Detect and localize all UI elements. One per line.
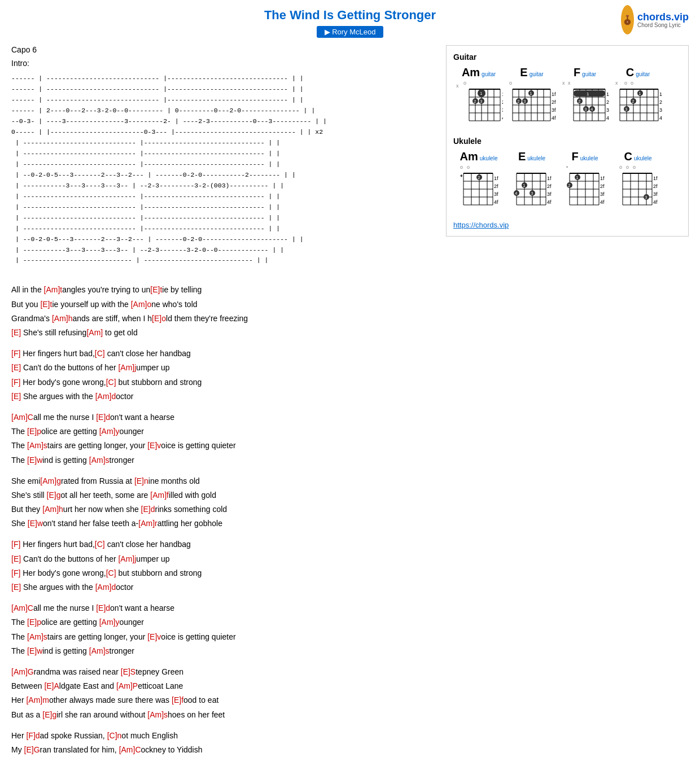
lyric-text: octor bbox=[116, 583, 133, 592]
chord-marker: [Am]d bbox=[95, 583, 116, 592]
lyric-text: Between bbox=[11, 681, 44, 690]
svg-text:o: o bbox=[467, 164, 470, 170]
lyric-text: tronger bbox=[110, 456, 134, 465]
chord-marker: [C] bbox=[106, 568, 116, 577]
svg-text:4fr: 4fr bbox=[653, 199, 658, 205]
svg-text:1fr: 1fr bbox=[552, 91, 556, 97]
lyric-text: She argues with the bbox=[21, 583, 95, 592]
lyric-text: irl she ran around without bbox=[56, 710, 147, 719]
blank-line bbox=[11, 658, 435, 665]
chord-item-f-ukulele[interactable]: F ukulele • bbox=[559, 150, 610, 214]
lyric-text: Grandma's bbox=[11, 314, 52, 323]
svg-text:♪: ♪ bbox=[625, 17, 627, 20]
chord-marker: [E]t bbox=[150, 285, 162, 294]
lyric-text: Can't do the buttons of her bbox=[21, 363, 118, 372]
lyrics-line: She emi[Am]grated from Russia at [E]nine… bbox=[11, 474, 435, 488]
lyric-text: All in the bbox=[11, 285, 44, 294]
lyric-text: on't stand her false teeth a- bbox=[43, 519, 138, 528]
lyrics-line: My [E]Gran translated for him, [Am]Cockn… bbox=[11, 743, 435, 757]
chord-marker: [E]w bbox=[27, 646, 42, 655]
lyrics-line: The [E]wind is getting [Am]stronger bbox=[11, 644, 435, 658]
lyric-text: The bbox=[11, 618, 27, 627]
f-ukulele-diagram: • 1fr 2fr bbox=[565, 163, 605, 214]
svg-text:4fr: 4fr bbox=[502, 115, 503, 121]
lyric-text: ot all her teeth, some are bbox=[61, 491, 151, 500]
lyrics-line: But they [Am]hurt her now when she [E]dr… bbox=[11, 502, 435, 517]
artist-badge: ▶ Rory McLeod bbox=[11, 27, 689, 36]
chord-marker: [E]d bbox=[96, 603, 110, 612]
lyric-text: She's still bbox=[11, 491, 47, 500]
chord-marker: [E]v bbox=[147, 441, 161, 450]
lyrics-line: She's still [E]got all her teeth, some a… bbox=[11, 488, 435, 502]
chord-marker: [Am]j bbox=[118, 363, 136, 372]
svg-text:1: 1 bbox=[576, 175, 579, 180]
lyrics-line: She [E]won't stand her false teeth a-[Am… bbox=[11, 517, 435, 531]
lyric-text: She bbox=[11, 519, 28, 528]
artist-name: Rory McLeod bbox=[332, 28, 375, 36]
svg-text:3: 3 bbox=[645, 195, 648, 200]
chord-marker: [E]d bbox=[141, 505, 155, 514]
chord-type: ukulele bbox=[527, 155, 545, 161]
svg-text:4fr: 4fr bbox=[547, 199, 552, 205]
chord-type: ukulele bbox=[580, 155, 598, 161]
chord-marker: [Am]s bbox=[89, 456, 110, 465]
chord-marker: [E]t bbox=[40, 300, 52, 309]
lyrics-line: Between [E]Aldgate East and [Am]Petticoa… bbox=[11, 679, 435, 693]
chord-item-c-ukulele[interactable]: C ukulele o o o bbox=[613, 150, 663, 214]
lyric-text: rated from Russia at bbox=[61, 476, 134, 485]
lyrics-line: [E] She argues with the [Am]doctor bbox=[11, 390, 435, 404]
chord-marker: [Am]G bbox=[11, 667, 34, 676]
lyric-text: randma was raised near bbox=[34, 667, 121, 676]
svg-text:4: 4 bbox=[590, 107, 593, 112]
site-logo: ♪ chords.vip Chord Song Lyric bbox=[621, 6, 689, 34]
svg-text:3fr: 3fr bbox=[552, 107, 556, 113]
svg-point-3 bbox=[627, 21, 628, 23]
lyric-text: ld them they're freezing bbox=[166, 314, 248, 323]
lyric-text: ie yourself up with the bbox=[52, 300, 130, 309]
chord-name: Am bbox=[462, 66, 480, 79]
chord-item-e-ukulele[interactable]: E ukulele bbox=[506, 150, 557, 214]
lyric-text: hoes on her feet bbox=[168, 710, 225, 719]
chord-item-e-guitar[interactable]: E guitar o bbox=[506, 66, 557, 130]
page-title: The Wind Is Getting Stronger bbox=[11, 6, 689, 23]
lyric-text: The bbox=[11, 427, 27, 436]
lyrics-line: Her [Am]mother always made sure there wa… bbox=[11, 693, 435, 707]
svg-text:1: 1 bbox=[523, 183, 526, 188]
svg-text:o: o bbox=[624, 80, 627, 86]
chord-item-am-guitar[interactable]: Am guitar x o bbox=[453, 66, 504, 130]
lyric-text: My bbox=[11, 745, 24, 754]
chord-url[interactable]: https://chords.vip bbox=[453, 221, 681, 229]
ukulele-section-title: Ukulele bbox=[453, 137, 681, 146]
svg-text:1: 1 bbox=[587, 91, 589, 97]
blank-line bbox=[11, 531, 435, 537]
svg-text:x: x bbox=[562, 80, 565, 86]
chord-item-c-guitar[interactable]: C guitar x o o bbox=[613, 66, 663, 130]
chord-item-f-guitar[interactable]: F guitar x x bbox=[559, 66, 610, 130]
svg-text:1fr: 1fr bbox=[653, 176, 658, 181]
lyric-text: Her body's gone wrong, bbox=[20, 378, 106, 387]
svg-text:4fr: 4fr bbox=[606, 115, 609, 121]
svg-text:o: o bbox=[509, 80, 512, 86]
blank-line bbox=[11, 404, 435, 410]
svg-text:3fr: 3fr bbox=[494, 191, 498, 197]
svg-text:♦: ♦ bbox=[460, 173, 463, 178]
am-ukulele-diagram: o o 1fr bbox=[459, 163, 498, 214]
svg-text:3: 3 bbox=[531, 191, 533, 196]
lyric-text: ot much English bbox=[121, 731, 178, 740]
lyric-text: to get old bbox=[103, 328, 138, 337]
lyric-text: ounger bbox=[119, 618, 144, 627]
chord-item-am-ukulele[interactable]: Am ukulele o o bbox=[453, 150, 504, 214]
lyric-text: ind is getting bbox=[42, 456, 89, 465]
lyrics-line: The [Am]stairs are getting longer, your … bbox=[11, 439, 435, 453]
e-guitar-diagram: o 1fr bbox=[508, 79, 556, 130]
ukulele-chord-row: Am ukulele o o bbox=[453, 150, 681, 214]
svg-text:o: o bbox=[619, 164, 622, 170]
lyric-text: on't want a hearse bbox=[110, 603, 174, 612]
svg-text:o: o bbox=[626, 164, 629, 170]
lyric-text: other always made sure there was bbox=[49, 695, 172, 705]
chord-marker: [E]v bbox=[147, 632, 161, 641]
svg-text:x: x bbox=[615, 80, 618, 86]
blank-line bbox=[11, 594, 435, 601]
capo-label: Capo 6 bbox=[11, 45, 435, 54]
chord-marker: [F] bbox=[11, 378, 20, 387]
